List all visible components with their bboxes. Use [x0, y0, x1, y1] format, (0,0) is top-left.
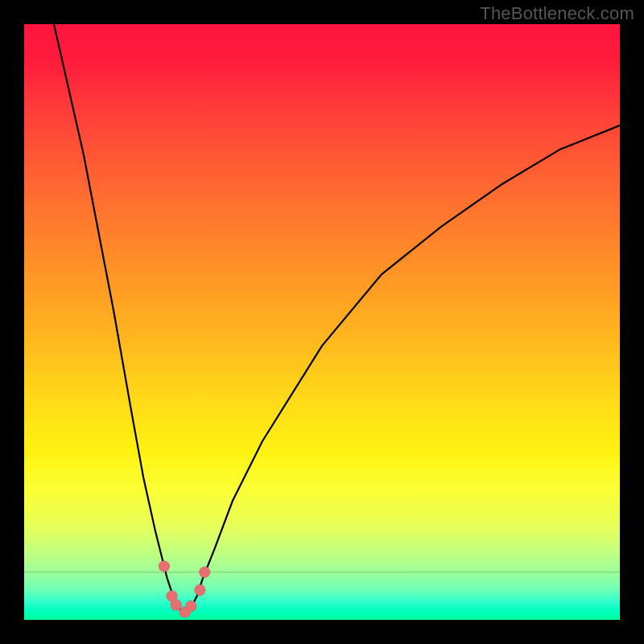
chart-plot-area — [24, 24, 620, 620]
watermark-text: TheBottleneck.com — [480, 3, 634, 24]
curve-marker-dots — [159, 560, 210, 617]
bottleneck-curve-svg — [24, 24, 620, 620]
curve-marker-dot — [171, 600, 182, 611]
curve-marker-dot — [199, 567, 210, 578]
bottleneck-curve-line — [54, 24, 620, 614]
curve-marker-dot — [194, 584, 205, 596]
curve-marker-dot — [159, 560, 170, 572]
curve-marker-dot — [185, 601, 196, 612]
